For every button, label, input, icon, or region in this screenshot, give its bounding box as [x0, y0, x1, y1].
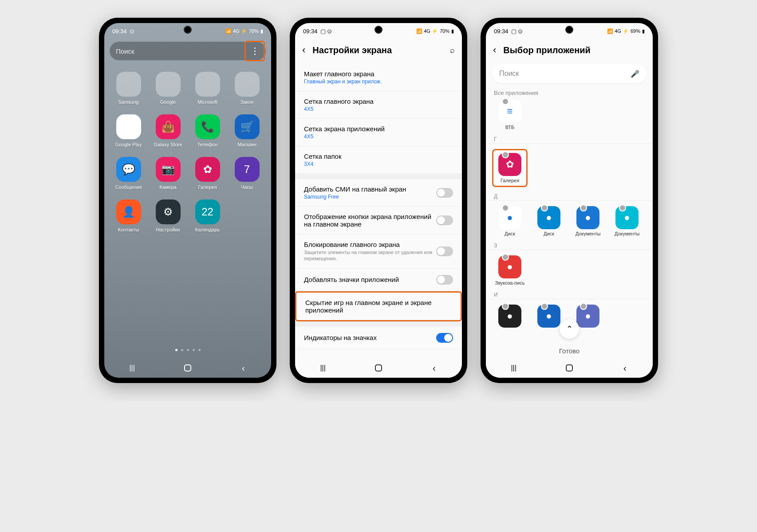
- toggle-switch[interactable]: [436, 333, 453, 343]
- app-samsung[interactable]: Samsung: [110, 72, 146, 105]
- back-icon[interactable]: ‹: [493, 44, 496, 56]
- app-камера[interactable]: 📷 Камера: [150, 157, 186, 190]
- setting-sub: 4X5: [304, 133, 453, 140]
- app-cell[interactable]: ● Диск: [492, 206, 528, 236]
- setting-label: Сетка папок: [304, 153, 453, 160]
- back-button[interactable]: ‹: [620, 363, 630, 373]
- setting-item[interactable]: Скрытие игр на главном экране и экране п…: [295, 291, 462, 321]
- app-row: ✿ Галерея: [486, 147, 653, 189]
- setting-sub: Samsung Free: [304, 194, 436, 200]
- scroll-up-fab[interactable]: ⌃: [560, 319, 579, 339]
- nav-bar: ||| ‹: [486, 358, 653, 378]
- app-label: Samsung: [118, 99, 138, 105]
- app-label: Галерея: [501, 178, 519, 183]
- app-label: Настройки: [156, 227, 180, 232]
- status-time: 09:34: [112, 28, 127, 35]
- setting-label: Блокирование главного экрана: [304, 241, 436, 248]
- recents-button[interactable]: |||: [318, 363, 328, 373]
- setting-item[interactable]: Макет главного экранаГлавный экран и экр…: [295, 64, 462, 91]
- mic-icon[interactable]: 🎤: [631, 70, 639, 78]
- done-button[interactable]: Готово: [486, 347, 653, 355]
- search-icon[interactable]: ⌕: [450, 46, 455, 55]
- setting-item[interactable]: Индикаторы на значках: [295, 327, 462, 349]
- signal-icons: 📶 4G ⚡: [416, 28, 438, 34]
- app-закон[interactable]: Закон: [229, 72, 265, 105]
- home-button[interactable]: [564, 363, 574, 373]
- app-label: ВТБ: [505, 125, 515, 130]
- app-cell[interactable]: ●: [492, 305, 528, 329]
- battery-icon: ▮: [451, 28, 454, 34]
- setting-label: Отображение кнопки экрана приложений на …: [304, 213, 436, 228]
- app-row: ● Диск● Диск● Документы● Документы: [486, 204, 653, 238]
- back-button[interactable]: ‹: [238, 363, 248, 373]
- app-календарь[interactable]: 22 Календарь: [189, 200, 225, 232]
- setting-item[interactable]: Сетка экрана приложений4X5: [295, 119, 462, 146]
- check-dot: [502, 98, 509, 105]
- page-dots[interactable]: [104, 349, 271, 351]
- setting-item[interactable]: Отображение кнопки экрана приложений на …: [295, 207, 462, 235]
- app-icon: 👜: [156, 114, 181, 139]
- app-cell[interactable]: ✿ Галерея: [492, 149, 528, 187]
- status-time: 09:34: [494, 28, 509, 35]
- app-cell[interactable]: ● Диск: [531, 206, 567, 236]
- setting-item[interactable]: Блокирование главного экранаЗащитите эле…: [295, 235, 462, 269]
- kebab-menu-icon[interactable]: [254, 47, 256, 55]
- app-label: Google: [160, 99, 176, 105]
- app-часы[interactable]: 7 Часы: [229, 157, 265, 190]
- app-label: Звукоза-пись: [495, 280, 525, 286]
- app-cell[interactable]: ● Звукоза-пись: [492, 255, 528, 286]
- app-select-title: Выбор приложений: [503, 45, 646, 55]
- toggle-switch[interactable]: [436, 188, 453, 198]
- app-label: Microsoft: [197, 99, 217, 105]
- app-galaxy-store[interactable]: 👜 Galaxy Store: [150, 114, 186, 147]
- home-button[interactable]: [374, 363, 383, 373]
- recents-button[interactable]: |||: [509, 363, 519, 373]
- search-field[interactable]: Поиск 🎤: [492, 64, 647, 83]
- status-time: 09:34: [303, 28, 318, 35]
- apps-grid: Samsung Google Microsoft Закон▶ Google P…: [104, 63, 271, 232]
- app-row: ● Звукоза-пись: [486, 254, 653, 287]
- folder-icon: [195, 72, 220, 97]
- toggle-switch[interactable]: [436, 275, 453, 285]
- check-dot: [502, 204, 509, 211]
- phone-settings-screen: 09:34▢ ⊙ 📶 4G ⚡70%▮ ‹ Настройки экрана ⌕…: [290, 18, 467, 383]
- app-телефон[interactable]: 📞 Телефон: [189, 114, 225, 147]
- app-google-play[interactable]: ▶ Google Play: [110, 114, 146, 147]
- toggle-switch[interactable]: [436, 246, 453, 256]
- search-bar[interactable]: Поиск: [110, 42, 266, 60]
- back-button[interactable]: ‹: [429, 363, 439, 373]
- app-label: Галерея: [198, 184, 217, 190]
- home-button[interactable]: [183, 363, 193, 373]
- app-icon: ⚙: [156, 200, 181, 224]
- check-dot: [541, 303, 548, 310]
- camera-notch: [565, 26, 573, 34]
- app-label: Часы: [241, 184, 253, 190]
- app-icon: ●: [498, 206, 521, 229]
- app-cell[interactable]: ● Документы: [609, 206, 645, 236]
- app-галерея[interactable]: ✿ Галерея: [189, 157, 225, 190]
- app-row: ≡ ВТБ: [486, 98, 653, 132]
- letter-divider: Г: [486, 134, 653, 144]
- settings-title: Настройки экрана: [312, 45, 443, 55]
- kebab-menu-highlight: [244, 41, 265, 61]
- app-магазин[interactable]: 🛒 Магазин: [229, 114, 265, 147]
- app-microsoft[interactable]: Microsoft: [189, 72, 225, 105]
- setting-item[interactable]: Добавлять значки приложений: [295, 269, 462, 291]
- setting-label: Добавлять значки приложений: [304, 276, 436, 283]
- section-gap: [295, 321, 462, 327]
- recents-button[interactable]: |||: [127, 363, 137, 373]
- app-контакты[interactable]: 👤 Контакты: [110, 200, 146, 232]
- setting-item[interactable]: Сетка главного экрана4X5: [295, 91, 462, 119]
- nav-bar: ||| ‹: [104, 358, 271, 378]
- setting-sub: Защитите элементы на главном экране от у…: [304, 249, 436, 262]
- setting-item[interactable]: Добавить СМИ на главный экранSamsung Fre…: [295, 179, 462, 207]
- toggle-switch[interactable]: [436, 215, 453, 225]
- app-cell[interactable]: ≡ ВТБ: [492, 100, 528, 130]
- setting-item[interactable]: Сетка папок3X4: [295, 146, 462, 174]
- app-настройки[interactable]: ⚙ Настройки: [150, 200, 186, 232]
- app-google[interactable]: Google: [150, 72, 186, 105]
- back-icon[interactable]: ‹: [302, 44, 305, 56]
- app-cell[interactable]: ● Документы: [570, 206, 606, 236]
- app-сообщения[interactable]: 💬 Сообщения: [110, 157, 146, 190]
- battery-percent: 69%: [631, 28, 640, 34]
